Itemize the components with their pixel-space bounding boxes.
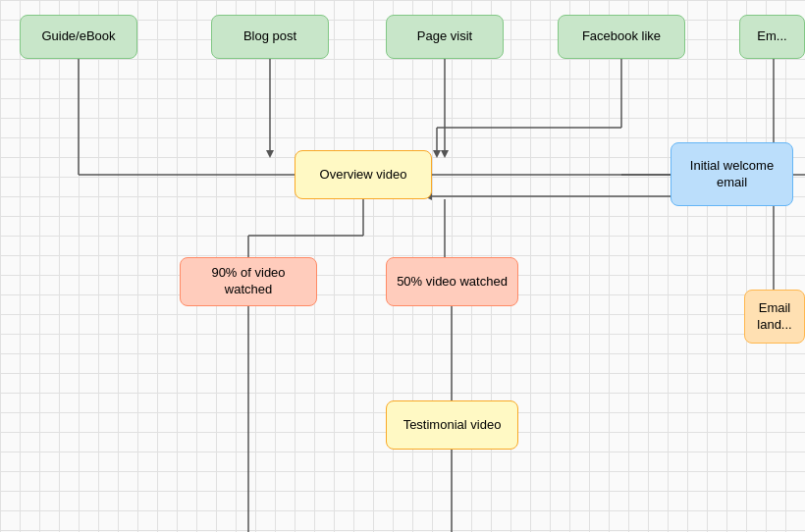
page-visit-node[interactable]: Page visit <box>386 15 504 59</box>
initial-welcome-email-node[interactable]: Initial welcome email <box>671 142 793 206</box>
blog-post-node[interactable]: Blog post <box>211 15 329 59</box>
svg-marker-4 <box>266 150 274 158</box>
email-top-node[interactable]: Em... <box>739 15 805 59</box>
testimonial-video-node[interactable]: Testimonial video <box>386 400 518 450</box>
video-90-node[interactable]: 90% of video watched <box>180 257 317 306</box>
email-land-node[interactable]: Email land... <box>744 290 805 344</box>
flowchart-canvas: Guide/eBook Blog post Page visit Faceboo… <box>0 0 805 532</box>
svg-marker-6 <box>441 150 449 158</box>
overview-video-node[interactable]: Overview video <box>295 150 432 199</box>
video-50-node[interactable]: 50% video watched <box>386 257 518 306</box>
facebook-like-node[interactable]: Facebook like <box>558 15 685 59</box>
guide-ebook-node[interactable]: Guide/eBook <box>20 15 137 59</box>
svg-marker-10 <box>433 150 441 158</box>
